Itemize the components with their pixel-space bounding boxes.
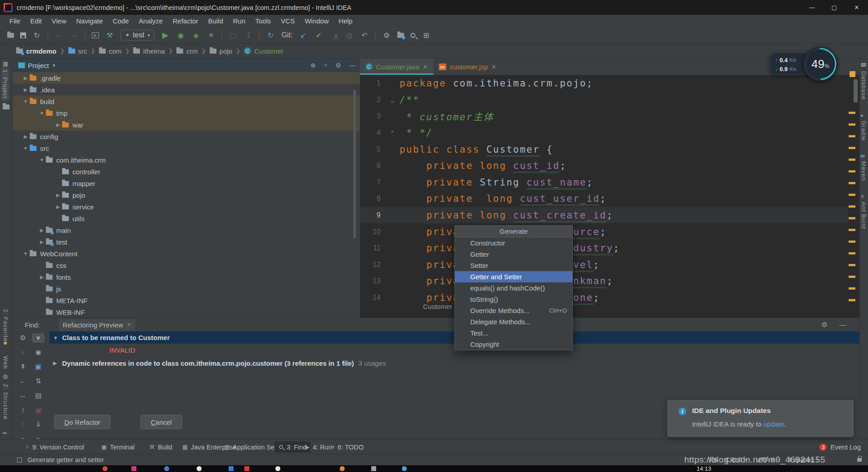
tab-customer-jsp[interactable]: jspcustomer.jsp✕ [433,59,502,75]
tool-button-gradle[interactable]: Gradle [860,121,867,141]
tool-button-structure[interactable]: Z: Structure [2,384,9,420]
tree-item-service[interactable]: ▶service [13,201,360,213]
menu-item-edit[interactable]: Edit [25,16,47,26]
back-icon[interactable]: ← [17,377,29,385]
expanded-arrow-icon[interactable]: ▼ [53,335,62,340]
tree-item-pojo[interactable]: ▶pojo [13,189,360,201]
tree-item-css[interactable]: css [13,259,360,271]
collapse-all-icon[interactable]: ÷ [324,62,328,69]
tree-item-utils[interactable]: utils [13,213,360,224]
group-by-icon[interactable]: ▤ [32,391,44,399]
menu-item-code[interactable]: Code [108,16,134,26]
code-line-6[interactable]: 6 private long cust_id; [360,158,848,174]
breadcrumb-item-pojo[interactable]: pojo [210,47,232,55]
tool-button-database[interactable]: Database [860,71,867,100]
forward-icon[interactable]: → [70,31,79,40]
tree-item-test[interactable]: ▶test [13,236,360,248]
tree-item-src[interactable]: ▼src [13,142,360,154]
do-refactor-button[interactable]: Do Refactor [54,415,111,429]
find-row-dynamic-references-in-co[interactable]: ▶Dynamic references in code to class com… [49,357,859,369]
generate-item-getter[interactable]: Getter [455,249,572,260]
expanded-arrow-icon[interactable]: ▼ [38,157,46,163]
breadcrumb-item-src[interactable]: src [68,47,87,55]
menu-item-build[interactable]: Build [203,16,228,26]
code-line-12[interactable]: 12 private String cust_level; [360,257,848,273]
history-clock-icon[interactable]: ◷ [345,31,354,40]
ant-icon[interactable]: ✳ [860,194,864,200]
taskbar-app-icon[interactable] [197,466,202,471]
git-commit-icon[interactable]: ✔ [314,31,323,40]
code-line-10[interactable]: 10 private String cust_source; [360,223,848,240]
breadcrumb-item-itheima[interactable]: itheima [133,47,165,55]
run-window-icon[interactable]: ▶ [92,32,99,38]
tool-window-button-terminal[interactable]: ▣Terminal [101,440,135,454]
tree-item-main[interactable]: ▶main [13,224,360,236]
tool-window-button-9-version-control[interactable]: ⊦9: Version Control [26,440,84,454]
gear-icon[interactable]: ⚙ [822,321,828,329]
generate-item-override-methods[interactable]: Override Methods...Ctrl+O [455,305,572,316]
search-icon[interactable] [410,33,415,38]
menu-item-run[interactable]: Run [228,16,251,26]
event-log-button[interactable]: 3 Event Log [819,440,861,454]
fold-marker-icon[interactable]: ⌄ [385,96,400,104]
hide-panel-icon[interactable]: — [349,62,355,69]
generate-item-test[interactable]: Test... [455,327,572,339]
tree-item-war[interactable]: ▶war [13,119,360,131]
code-line-7[interactable]: 7 private String cust_name; [360,174,848,191]
gear-icon[interactable]: ⚙ [335,62,341,69]
lock-icon[interactable] [857,458,862,462]
project-scrollbar[interactable] [353,90,356,239]
attach-icon[interactable]: ↧ [244,31,253,40]
menu-item-view[interactable]: View [47,16,71,26]
stop-icon[interactable]: ■ [207,31,216,40]
export-icon[interactable]: ⇓ [32,420,44,428]
menu-item-window[interactable]: Window [300,16,333,26]
taskbar-app-icon[interactable] [131,466,136,471]
maven-icon[interactable]: m [860,153,865,159]
collapsed-arrow-icon[interactable]: ▶ [54,122,62,128]
tool-button-ant-build[interactable]: Ant Build [860,202,867,229]
collapsed-arrow-icon[interactable]: ▶ [54,204,62,210]
tool-window-button-6-todo[interactable]: ≡6: TODO [331,440,364,454]
debug-icon[interactable]: ◉ [176,31,185,40]
collapsed-arrow-icon[interactable]: ▶ [22,75,30,81]
build-hammer-icon[interactable]: ⚒ [105,31,114,40]
code-line-2[interactable]: 2⌄/** [360,92,848,109]
collapsed-arrow-icon[interactable]: ▶ [38,227,46,233]
wrench-icon[interactable]: ⚙ [382,31,391,40]
coverage-icon[interactable]: ◈ [191,31,200,40]
pin-icon[interactable]: ⇞ [17,363,29,371]
taskbar-app-icon[interactable] [103,466,108,471]
close-icon[interactable]: ✕ [127,322,131,328]
expanded-arrow-icon[interactable]: ▼ [22,145,30,151]
menu-item-tools[interactable]: Tools [250,16,276,26]
tree-item-build[interactable]: ▼build [13,95,360,107]
generate-item-getter-and-setter[interactable]: Getter and Setter [455,271,572,282]
undo-icon[interactable]: ↶ [360,31,369,40]
breadcrumb-item-com[interactable]: com [99,47,121,55]
code-editor[interactable]: 1package com.itheima.crm.pojo;2⌄/**3 * c… [360,75,848,306]
collapsed-arrow-icon[interactable]: ▶ [22,134,30,140]
tree-item-idea[interactable]: ▶.idea [13,84,360,95]
menu-item-help[interactable]: Help [334,16,358,26]
database-icon[interactable] [861,63,866,68]
tool-button-maven[interactable]: Maven [860,161,867,181]
tree-item-meta-inf[interactable]: META-INF [13,295,360,306]
code-line-8[interactable]: 8 private long cust_user_id; [360,191,848,207]
generate-item-delegate-methods[interactable]: Delegate Methods... [455,316,572,327]
rerun-icon[interactable]: ◉ [32,348,44,356]
collapse-all-icon[interactable]: ↕ [17,406,29,413]
menu-item-analyze[interactable]: Analyze [134,16,167,26]
gradle-icon[interactable]: ● [860,113,864,118]
menu-item-navigate[interactable]: Navigate [71,16,108,26]
git-pull-icon[interactable]: ↙ [299,31,308,40]
generate-item-copyright[interactable]: Copyright [455,339,572,350]
collapsed-arrow-icon[interactable]: ▶ [38,239,46,245]
menu-item-vcs[interactable]: VCS [276,16,300,26]
settings-list-icon[interactable]: ⊞ [422,31,431,40]
code-line-11[interactable]: 11 private String cust_industry; [360,240,848,257]
generate-item-setter[interactable]: Setter [455,260,572,271]
code-line-3[interactable]: 3 * customer主体 [360,108,848,125]
code-line-13[interactable]: 13 private String cust_linkman; [360,273,848,290]
close-icon[interactable]: ✕ [491,64,496,70]
